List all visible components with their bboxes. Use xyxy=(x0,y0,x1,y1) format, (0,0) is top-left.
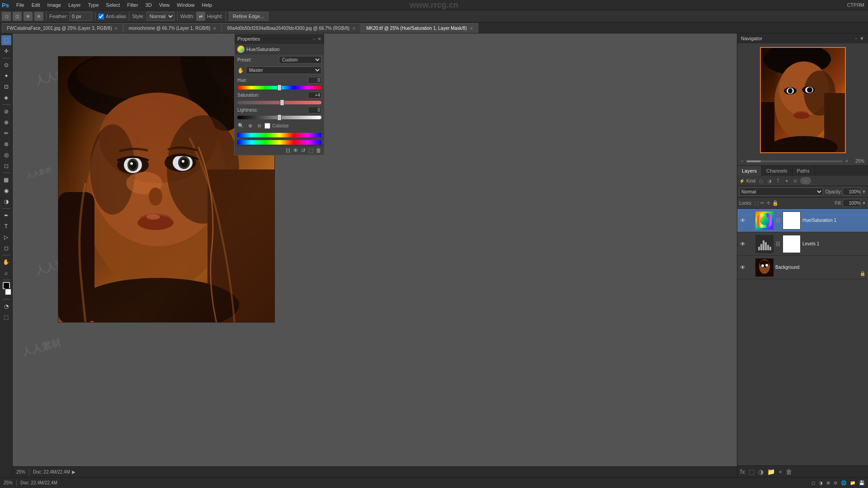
lock-transparency-icon[interactable]: ⬚ xyxy=(754,200,759,206)
lock-all-icon[interactable]: 🔒 xyxy=(772,200,778,206)
tool-eraser[interactable]: ◻ xyxy=(1,161,11,171)
eyedropper-add-icon[interactable]: ⊕ xyxy=(246,122,254,129)
filter-smart-icon[interactable]: ⊙ xyxy=(792,177,799,184)
opacity-input[interactable] xyxy=(843,188,861,196)
blend-mode-select[interactable]: Normal xyxy=(739,188,823,196)
layer-folder-icon[interactable]: 📁 xyxy=(767,468,775,475)
tool-type[interactable]: T xyxy=(1,221,11,231)
layer-item-background[interactable]: 👁 Background xyxy=(737,256,868,279)
tool-gradient[interactable]: ▦ xyxy=(1,175,11,185)
tool-crop[interactable]: ⊡ xyxy=(1,82,11,92)
tool-shape[interactable]: ◻ xyxy=(1,243,11,253)
layer-add-icon[interactable]: + xyxy=(778,468,782,475)
tool-heal[interactable]: ⊕ xyxy=(1,117,11,127)
layer-mask-icon[interactable]: ⬚ xyxy=(749,468,755,475)
filter-type-icon[interactable]: T xyxy=(774,177,782,184)
style-select[interactable]: Normal xyxy=(146,12,175,21)
tool-slice[interactable]: ◈ xyxy=(1,93,11,103)
panel-icon-clip[interactable]: ⊡ xyxy=(286,147,290,154)
menu-help[interactable]: Help xyxy=(198,1,216,9)
tab-channels[interactable]: Channels xyxy=(762,166,792,176)
navigator-collapse[interactable]: − xyxy=(855,36,858,41)
properties-close[interactable]: ✕ xyxy=(317,36,321,42)
menu-filter[interactable]: Filter xyxy=(123,1,142,9)
menu-file[interactable]: File xyxy=(13,1,28,9)
panel-icon-delete[interactable]: 🗑 xyxy=(316,147,321,154)
doc-tab-3[interactable]: 99a4d0b50cf2834a8baa26492fdc4300.jpg @ 6… xyxy=(222,23,361,33)
menu-3d[interactable]: 3D xyxy=(142,1,156,9)
tool-selection[interactable]: ⬚ xyxy=(1,35,11,45)
bottom-icon-3[interactable]: ⊕ xyxy=(826,480,830,485)
zoom-in-icon[interactable]: + xyxy=(845,159,848,164)
zoom-out-icon[interactable]: − xyxy=(741,159,744,164)
bottom-icon-4[interactable]: ⊘ xyxy=(834,480,837,485)
tool-lasso[interactable]: ⊙ xyxy=(1,60,11,70)
colorize-checkbox[interactable] xyxy=(264,123,270,129)
menu-layer[interactable]: Layer xyxy=(65,1,85,9)
tab-2-close[interactable]: ✕ xyxy=(213,26,217,31)
eyedropper-icon[interactable]: 🔍 xyxy=(237,122,245,129)
lightness-input[interactable] xyxy=(308,107,321,113)
tool-icon-4[interactable]: ⊖ xyxy=(34,12,43,21)
tab-4-close[interactable]: ✕ xyxy=(470,26,473,31)
tool-eyedropper[interactable]: ⊘ xyxy=(1,107,11,117)
tool-pen[interactable]: ✒ xyxy=(1,211,11,221)
channel-select[interactable]: Master xyxy=(246,66,321,74)
layer-levels-link2[interactable]: ⛓ xyxy=(775,241,781,247)
light-slider-track[interactable] xyxy=(237,116,321,119)
layer-bg-visibility[interactable]: 👁 xyxy=(739,264,746,271)
filter-shape-icon[interactable]: ✦ xyxy=(783,177,790,184)
fill-stepper[interactable]: ▼ xyxy=(862,201,866,206)
layer-item-levels[interactable]: 👁 ⛓ xyxy=(737,232,868,256)
panel-icon-eye[interactable]: 👁 xyxy=(293,147,298,154)
hue-input[interactable] xyxy=(308,77,321,84)
tool-screen-mode[interactable]: ⬚ xyxy=(1,312,11,322)
filter-on-icon[interactable]: ○ xyxy=(800,177,811,184)
doc-tab-4[interactable]: MK20.tif @ 25% (Hue/Saturation 1, Layer … xyxy=(361,23,478,33)
tool-blur[interactable]: ◉ xyxy=(1,186,11,196)
feather-input[interactable] xyxy=(70,12,92,21)
opacity-stepper[interactable]: ▼ xyxy=(862,189,866,194)
tab-1-close[interactable]: ✕ xyxy=(114,26,118,31)
light-slider-thumb[interactable] xyxy=(277,114,282,121)
tool-icon-2[interactable]: ◫ xyxy=(13,12,22,21)
menu-view[interactable]: View xyxy=(156,1,174,9)
sat-slider-thumb[interactable] xyxy=(280,99,284,106)
filter-adj-icon[interactable]: ◑ xyxy=(766,177,773,184)
background-color[interactable] xyxy=(5,288,12,296)
sat-slider-track[interactable] xyxy=(237,101,321,104)
status-arrow[interactable]: ▶ xyxy=(72,469,75,474)
zoom-slider-track[interactable] xyxy=(746,160,843,162)
tool-icon-3[interactable]: ⊕ xyxy=(24,12,33,21)
anti-alias-checkbox[interactable] xyxy=(98,14,104,19)
tool-clone[interactable]: ⊛ xyxy=(1,139,11,149)
doc-tab-1[interactable]: FWCatalinaFace_1001.jpg @ 25% (Layer 3, … xyxy=(2,23,123,33)
properties-collapse[interactable]: − xyxy=(313,36,316,42)
layer-adj-icon[interactable]: ◑ xyxy=(758,468,764,475)
tool-hand[interactable]: ✋ xyxy=(1,257,11,267)
layer-item-huesat[interactable]: 👁 xyxy=(737,209,868,232)
layer-huesat-link2[interactable]: ⛓ xyxy=(775,217,781,224)
filter-toggle-icon[interactable]: ⚡ xyxy=(739,178,745,183)
menu-image[interactable]: Image xyxy=(44,1,65,9)
eyedropper-sub-icon[interactable]: ⊖ xyxy=(255,122,263,129)
tool-icon-1[interactable]: ◻ xyxy=(2,12,11,21)
bottom-icon-7[interactable]: 💾 xyxy=(859,480,864,485)
tool-history[interactable]: ◎ xyxy=(1,150,11,160)
tool-brush[interactable]: ✏ xyxy=(1,128,11,138)
hue-slider-thumb[interactable] xyxy=(277,84,282,91)
tool-path[interactable]: ▷ xyxy=(1,232,11,242)
filter-pixel-icon[interactable]: ◻ xyxy=(757,177,764,184)
doc-tab-2[interactable]: monochrome @ 66.7% (Layer 1, RGB/8) ✕ xyxy=(123,23,222,33)
bottom-icon-1[interactable]: ◻ xyxy=(811,480,815,485)
layer-fx-icon[interactable]: fx xyxy=(740,468,745,475)
width-swap-icon[interactable]: ⇄ xyxy=(196,12,205,21)
menu-select[interactable]: Select xyxy=(103,1,124,9)
tool-move[interactable]: ✛ xyxy=(1,46,11,56)
tab-3-close[interactable]: ✕ xyxy=(352,26,356,31)
layer-delete-icon[interactable]: 🗑 xyxy=(786,468,792,475)
preset-select[interactable]: Custom xyxy=(279,56,321,64)
fill-input[interactable] xyxy=(843,199,861,207)
lock-position-icon[interactable]: ✛ xyxy=(766,200,770,206)
navigator-expand[interactable]: ▼ xyxy=(859,36,864,41)
